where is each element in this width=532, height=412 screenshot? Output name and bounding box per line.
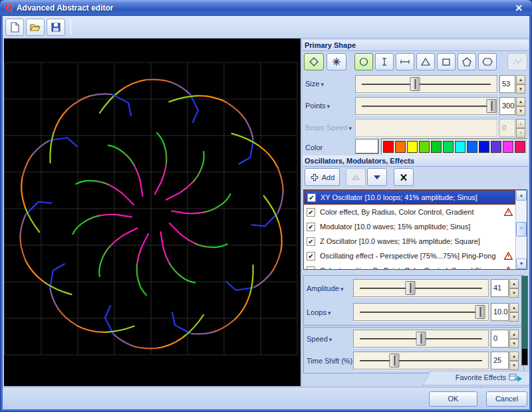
favorite-effects-label[interactable]: Favorite Effects <box>456 373 506 381</box>
size-value: 53 <box>499 75 515 93</box>
color-swatch[interactable] <box>407 141 418 153</box>
effect-item[interactable]: ✔Color effect, By Radius, Color Control,… <box>304 205 515 219</box>
amplitude-spinner[interactable]: ▲▼ <box>509 279 519 297</box>
scroll-down-icon[interactable]: ▼ <box>516 258 527 269</box>
slider-thumb[interactable] <box>416 332 426 346</box>
titlebar[interactable]: Q Advanced Abstract editor ✕ <box>0 0 532 16</box>
time-shift-spinner[interactable]: ▲▼ <box>509 352 519 369</box>
color-swatch[interactable] <box>503 141 513 153</box>
effect-checkbox[interactable]: ✔ <box>307 208 315 217</box>
spinner-up-icon[interactable]: ▲ <box>509 330 519 339</box>
effect-checkbox[interactable]: ✔ <box>307 193 316 202</box>
effect-item[interactable]: ✔Oscillating effect - Perspective [75%..… <box>304 249 515 263</box>
effects-scrollbar[interactable]: ▲ ▼ <box>515 190 527 269</box>
color-swatch[interactable] <box>515 141 525 153</box>
shape-pentagon-button[interactable] <box>458 53 476 70</box>
color-swatch[interactable] <box>455 141 466 153</box>
preview-canvas[interactable] <box>4 39 301 386</box>
spinner-down-icon[interactable]: ▼ <box>516 106 525 116</box>
effect-item[interactable]: ✔Color transition, By Point, Color Contr… <box>304 263 515 270</box>
spinner-up-icon[interactable]: ▲ <box>509 303 519 312</box>
color-swatch[interactable] <box>383 141 394 153</box>
white-color-swatch[interactable] <box>355 139 379 154</box>
effect-item[interactable]: ✔Modulator [10.0 waves; 15% amplitude; S… <box>304 219 515 234</box>
close-icon[interactable]: ✕ <box>511 3 527 13</box>
shape-vertical-line-button[interactable] <box>375 53 394 70</box>
color-swatch[interactable] <box>419 141 430 153</box>
size-label[interactable]: Size▾ <box>305 80 324 88</box>
slider-track <box>360 360 482 361</box>
spinner-up-icon[interactable]: ▲ <box>516 97 525 106</box>
effect-item[interactable]: ✔Z Oscillator [10.0 waves; 18% amplitude… <box>304 234 515 249</box>
loops-label[interactable]: Loops▾ <box>307 308 331 316</box>
effects-header: Oscillators, Modulators, Effects <box>303 155 529 167</box>
color-swatch[interactable] <box>491 141 501 153</box>
ok-button[interactable]: OK <box>429 391 477 407</box>
effect-checkbox[interactable]: ✔ <box>307 237 315 246</box>
loops-spinner[interactable]: ▲▼ <box>509 303 519 321</box>
shape-freeform-button[interactable] <box>507 53 527 70</box>
move-up-button[interactable] <box>346 168 366 186</box>
effect-checkbox[interactable]: ✔ <box>307 266 315 270</box>
add-effect-button[interactable]: Add <box>305 168 340 186</box>
spinner-down-icon[interactable]: ▼ <box>509 361 519 370</box>
shape-square-button[interactable] <box>437 53 456 70</box>
save-button[interactable] <box>47 19 65 36</box>
shape-circle-button[interactable] <box>354 53 373 70</box>
arrow-down-icon <box>372 173 382 182</box>
color-swatch[interactable] <box>443 141 454 153</box>
slider-thumb[interactable] <box>486 99 496 113</box>
favorite-effects-bar[interactable]: Favorite Effects <box>303 371 529 385</box>
amplitude-slider[interactable] <box>353 279 489 297</box>
spinner-down-icon[interactable]: ▼ <box>516 84 525 94</box>
cancel-button[interactable]: Cancel <box>486 391 527 407</box>
slider-thumb[interactable] <box>389 354 399 367</box>
shape-hexagon-button[interactable] <box>478 53 497 70</box>
triangle-icon <box>420 56 432 67</box>
open-button[interactable] <box>26 19 45 36</box>
move-down-button[interactable] <box>367 168 387 186</box>
size-slider[interactable] <box>355 75 497 93</box>
scroll-thumb[interactable] <box>516 222 527 237</box>
slider-thumb[interactable] <box>475 305 485 319</box>
slider-thumb[interactable] <box>410 77 420 91</box>
shape-mode-outline-button[interactable] <box>304 53 324 70</box>
window-title: Advanced Abstract editor <box>17 3 511 13</box>
color-palette <box>381 138 528 155</box>
slider-thumb[interactable] <box>405 281 415 295</box>
loops-slider[interactable] <box>353 303 489 321</box>
speed-value: 0 <box>491 330 509 348</box>
spinner-down-icon[interactable]: ▼ <box>509 288 519 298</box>
color-swatch[interactable] <box>467 141 477 153</box>
color-swatch[interactable] <box>395 141 406 153</box>
points-spinner[interactable]: ▲▼ <box>516 97 525 115</box>
spinner-down-icon[interactable]: ▼ <box>509 312 519 322</box>
arrow-up-icon <box>350 173 361 182</box>
spinner-up-icon[interactable]: ▲ <box>516 75 525 84</box>
time-shift-label[interactable]: Time Shift (%)▾ <box>307 357 357 365</box>
time-shift-slider[interactable] <box>353 352 489 369</box>
scroll-up-icon[interactable]: ▲ <box>516 190 527 201</box>
effect-checkbox[interactable]: ✔ <box>307 223 315 231</box>
spinner-down-icon[interactable]: ▼ <box>509 339 519 348</box>
speed-spinner[interactable]: ▲▼ <box>509 330 519 348</box>
shape-triangle-button[interactable] <box>416 53 435 70</box>
new-button[interactable] <box>5 19 24 36</box>
amplitude-label[interactable]: Amplitude▾ <box>307 284 343 292</box>
effect-item[interactable]: ✔XY Oscillator [10.0 loops; 41% amplitud… <box>304 190 515 205</box>
speed-label[interactable]: Speed▾ <box>307 335 332 343</box>
spinner-up-icon[interactable]: ▲ <box>509 279 519 288</box>
delete-effect-button[interactable] <box>394 168 414 186</box>
points-slider[interactable] <box>355 97 497 115</box>
color-label: Color <box>305 144 323 152</box>
shape-mode-star-button[interactable] <box>327 53 346 70</box>
spinner-up-icon[interactable]: ▲ <box>509 352 519 361</box>
shape-horizontal-line-button[interactable] <box>396 53 414 70</box>
points-label[interactable]: Points▾ <box>305 102 330 110</box>
color-swatch[interactable] <box>479 141 489 153</box>
size-spinner[interactable]: ▲▼ <box>516 75 525 93</box>
color-swatch[interactable] <box>431 141 442 153</box>
speed-slider[interactable] <box>353 330 489 348</box>
effect-checkbox[interactable]: ✔ <box>307 252 315 260</box>
favorite-effects-icon[interactable] <box>509 372 523 383</box>
